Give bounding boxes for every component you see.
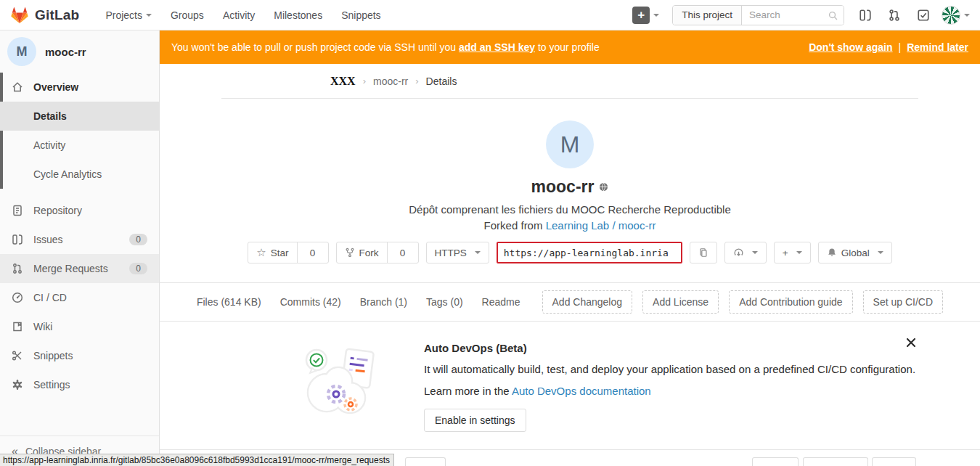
todos-icon[interactable] xyxy=(917,9,930,22)
tab-commits[interactable]: Commits (42) xyxy=(280,296,341,308)
partial-button[interactable] xyxy=(752,457,799,466)
dont-show-again-link[interactable]: Don't show again xyxy=(809,41,892,53)
project-description: Dépôt comprenant les fichiers du MOOC Re… xyxy=(160,203,980,216)
partial-button[interactable] xyxy=(803,457,868,466)
forked-from-link[interactable]: Learning Lab / mooc-rr xyxy=(546,219,656,232)
add-file-dropdown[interactable]: + xyxy=(774,242,811,263)
breadcrumb-project-link[interactable]: mooc-rr xyxy=(373,75,408,87)
breadcrumb-row: XXX › mooc-rr › Details xyxy=(160,64,980,99)
tab-tags[interactable]: Tags (0) xyxy=(426,296,463,308)
star-count-button[interactable]: 0 xyxy=(297,242,329,263)
remind-later-link[interactable]: Remind later xyxy=(907,41,968,53)
top-header: GitLab Projects Groups Activity Mileston… xyxy=(0,0,980,30)
forked-from-line: Forked from Learning Lab / mooc-rr xyxy=(160,219,980,232)
autodevops-illustration xyxy=(296,336,388,422)
chevron-down-icon xyxy=(796,251,802,257)
plus-icon: + xyxy=(783,248,788,258)
merge-request-icon xyxy=(12,263,23,274)
protocol-dropdown[interactable]: HTTPS xyxy=(426,242,489,263)
ssh-warning-banner: You won't be able to pull or push projec… xyxy=(160,30,980,64)
sidebar-item-merge-requests[interactable]: Merge Requests 0 xyxy=(0,254,159,283)
tab-readme[interactable]: Readme xyxy=(482,296,520,308)
sidebar-project-name: mooc-rr xyxy=(45,46,86,58)
copy-url-button[interactable] xyxy=(690,242,717,263)
merge-requests-icon[interactable] xyxy=(888,9,901,22)
add-contribution-guide-button[interactable]: Add Contribution guide xyxy=(729,290,852,314)
autodevops-doc-link[interactable]: Auto DevOps documentation xyxy=(512,385,651,397)
bell-icon xyxy=(827,248,837,258)
nav-snippets[interactable]: Snippets xyxy=(341,9,380,21)
clone-url-input[interactable] xyxy=(497,242,682,263)
tab-files[interactable]: Files (614 KB) xyxy=(197,296,261,308)
project-stats-tabs: Files (614 KB) Commits (42) Branch (1) T… xyxy=(160,283,980,322)
fork-group: Fork 0 xyxy=(336,242,419,263)
add-buttons-group: Add Changelog Add License Add Contributi… xyxy=(542,290,944,314)
nav-milestones[interactable]: Milestones xyxy=(274,9,322,21)
sidebar-item-settings[interactable]: Settings xyxy=(0,370,159,399)
breadcrumb-separator-icon: › xyxy=(363,75,366,86)
sidebar-item-label: Details xyxy=(33,110,67,122)
new-menu-button[interactable]: + xyxy=(632,7,659,24)
autodevops-learn-line: Learn more in the Auto DevOps documentat… xyxy=(424,385,915,397)
fork-button[interactable]: Fork xyxy=(336,242,388,263)
project-sidebar: M mooc-rr Overview Details Activity Cycl… xyxy=(0,30,160,466)
add-changelog-button[interactable]: Add Changelog xyxy=(542,290,633,314)
sidebar-item-details[interactable]: Details xyxy=(0,102,159,131)
nav-projects[interactable]: Projects xyxy=(105,9,152,21)
home-icon xyxy=(12,81,23,93)
main-content: You won't be able to pull or push projec… xyxy=(160,30,980,466)
header-icon-group xyxy=(859,9,930,22)
sidebar-item-repository[interactable]: Repository xyxy=(0,196,159,225)
search-scope-label[interactable]: This project xyxy=(673,6,742,25)
issues-icon[interactable] xyxy=(859,9,872,22)
notifications-dropdown[interactable]: Global xyxy=(818,242,892,263)
star-button[interactable]: ☆Star xyxy=(248,242,297,263)
breadcrumb-separator-icon: › xyxy=(415,75,418,86)
sidebar-item-label: Repository xyxy=(33,205,82,216)
enable-in-settings-button[interactable]: Enable in settings xyxy=(424,409,526,432)
partial-button[interactable] xyxy=(405,457,446,466)
search-icon xyxy=(828,10,838,21)
nav-activity[interactable]: Activity xyxy=(223,9,255,21)
sidebar-item-label: CI / CD xyxy=(33,292,67,303)
sidebar-item-snippets[interactable]: Snippets xyxy=(0,341,159,370)
sidebar-item-wiki[interactable]: Wiki xyxy=(0,312,159,341)
sidebar-project-context[interactable]: M mooc-rr xyxy=(0,30,159,73)
add-ssh-key-link[interactable]: add an SSH key xyxy=(459,41,535,53)
tab-branch[interactable]: Branch (1) xyxy=(360,296,407,308)
nav-groups[interactable]: Groups xyxy=(171,9,204,21)
download-dropdown[interactable] xyxy=(724,242,767,263)
tanuki-icon xyxy=(10,6,29,25)
project-title-row: mooc-rr xyxy=(160,177,980,197)
breadcrumb-user[interactable]: XXX xyxy=(330,75,356,88)
autodevops-title: Auto DevOps (Beta) xyxy=(424,342,915,354)
logo-text: GitLab xyxy=(35,7,79,23)
sidebar-item-activity[interactable]: Activity xyxy=(0,131,159,160)
public-globe-icon xyxy=(599,182,608,192)
setup-ci-cd-button[interactable]: Set up CI/CD xyxy=(863,290,943,314)
copy-icon xyxy=(698,248,709,258)
user-menu[interactable] xyxy=(942,6,970,25)
sidebar-item-label: Overview xyxy=(33,81,78,93)
gitlab-logo[interactable]: GitLab xyxy=(10,6,79,25)
partial-button[interactable] xyxy=(872,457,916,466)
issues-count-badge: 0 xyxy=(129,234,147,245)
fork-count-button[interactable]: 0 xyxy=(387,242,419,263)
sidebar-item-issues[interactable]: Issues 0 xyxy=(0,225,159,254)
breadcrumb-current: Details xyxy=(426,75,457,87)
sidebar-item-label: Activity xyxy=(33,139,65,151)
star-group: ☆Star 0 xyxy=(248,242,328,263)
sidebar-item-overview[interactable]: Overview xyxy=(0,73,159,102)
sidebar-item-label: Cycle Analytics xyxy=(33,168,102,180)
chevron-down-icon xyxy=(653,14,659,20)
user-avatar xyxy=(942,6,960,25)
sidebar-item-label: Settings xyxy=(33,379,70,391)
sidebar-section-gap xyxy=(0,189,159,196)
top-nav: Projects Groups Activity Milestones Snip… xyxy=(105,9,380,21)
close-icon[interactable] xyxy=(906,338,916,348)
add-license-button[interactable]: Add License xyxy=(642,290,719,314)
scissors-icon xyxy=(12,350,23,361)
sidebar-item-ci-cd[interactable]: CI / CD xyxy=(0,283,159,312)
merge-requests-count-badge: 0 xyxy=(129,263,147,274)
sidebar-item-cycle-analytics[interactable]: Cycle Analytics xyxy=(0,160,159,189)
